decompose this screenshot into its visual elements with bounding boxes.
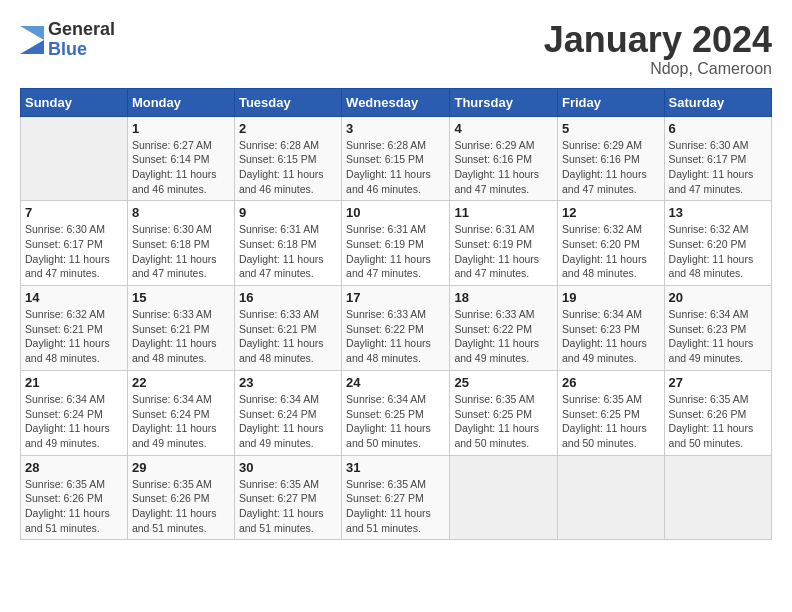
day-info: Sunrise: 6:31 AMSunset: 6:18 PMDaylight:…	[239, 222, 337, 281]
calendar-day-cell: 24Sunrise: 6:34 AMSunset: 6:25 PMDayligh…	[342, 370, 450, 455]
calendar-day-cell: 16Sunrise: 6:33 AMSunset: 6:21 PMDayligh…	[234, 286, 341, 371]
day-info: Sunrise: 6:30 AMSunset: 6:18 PMDaylight:…	[132, 222, 230, 281]
day-number: 26	[562, 375, 660, 390]
day-number: 11	[454, 205, 553, 220]
day-info: Sunrise: 6:31 AMSunset: 6:19 PMDaylight:…	[454, 222, 553, 281]
logo: General Blue	[20, 20, 115, 60]
day-of-week-header: Thursday	[450, 88, 558, 116]
month-title: January 2024	[544, 20, 772, 60]
calendar-day-cell: 11Sunrise: 6:31 AMSunset: 6:19 PMDayligh…	[450, 201, 558, 286]
day-info: Sunrise: 6:28 AMSunset: 6:15 PMDaylight:…	[239, 138, 337, 197]
day-number: 10	[346, 205, 445, 220]
day-number: 29	[132, 460, 230, 475]
day-number: 4	[454, 121, 553, 136]
svg-marker-1	[20, 26, 44, 40]
calendar-day-cell: 28Sunrise: 6:35 AMSunset: 6:26 PMDayligh…	[21, 455, 128, 540]
day-of-week-header: Monday	[127, 88, 234, 116]
day-number: 31	[346, 460, 445, 475]
calendar-day-cell	[558, 455, 665, 540]
day-number: 6	[669, 121, 767, 136]
calendar-day-cell: 6Sunrise: 6:30 AMSunset: 6:17 PMDaylight…	[664, 116, 771, 201]
calendar-day-cell: 25Sunrise: 6:35 AMSunset: 6:25 PMDayligh…	[450, 370, 558, 455]
day-info: Sunrise: 6:32 AMSunset: 6:20 PMDaylight:…	[562, 222, 660, 281]
logo-icon	[20, 26, 44, 54]
day-info: Sunrise: 6:33 AMSunset: 6:22 PMDaylight:…	[454, 307, 553, 366]
day-number: 8	[132, 205, 230, 220]
logo-blue-text: Blue	[48, 40, 115, 60]
day-info: Sunrise: 6:34 AMSunset: 6:24 PMDaylight:…	[132, 392, 230, 451]
calendar-day-cell: 8Sunrise: 6:30 AMSunset: 6:18 PMDaylight…	[127, 201, 234, 286]
day-number: 12	[562, 205, 660, 220]
calendar-day-cell: 19Sunrise: 6:34 AMSunset: 6:23 PMDayligh…	[558, 286, 665, 371]
day-info: Sunrise: 6:35 AMSunset: 6:27 PMDaylight:…	[346, 477, 445, 536]
day-info: Sunrise: 6:34 AMSunset: 6:24 PMDaylight:…	[25, 392, 123, 451]
calendar-day-cell: 23Sunrise: 6:34 AMSunset: 6:24 PMDayligh…	[234, 370, 341, 455]
calendar-day-cell: 14Sunrise: 6:32 AMSunset: 6:21 PMDayligh…	[21, 286, 128, 371]
day-info: Sunrise: 6:34 AMSunset: 6:23 PMDaylight:…	[562, 307, 660, 366]
day-of-week-header: Tuesday	[234, 88, 341, 116]
day-info: Sunrise: 6:35 AMSunset: 6:27 PMDaylight:…	[239, 477, 337, 536]
day-info: Sunrise: 6:29 AMSunset: 6:16 PMDaylight:…	[562, 138, 660, 197]
day-number: 9	[239, 205, 337, 220]
day-info: Sunrise: 6:30 AMSunset: 6:17 PMDaylight:…	[669, 138, 767, 197]
calendar-day-cell: 9Sunrise: 6:31 AMSunset: 6:18 PMDaylight…	[234, 201, 341, 286]
logo-general-text: General	[48, 20, 115, 40]
day-number: 7	[25, 205, 123, 220]
calendar-day-cell: 2Sunrise: 6:28 AMSunset: 6:15 PMDaylight…	[234, 116, 341, 201]
calendar-day-cell: 5Sunrise: 6:29 AMSunset: 6:16 PMDaylight…	[558, 116, 665, 201]
day-number: 3	[346, 121, 445, 136]
calendar-week-row: 1Sunrise: 6:27 AMSunset: 6:14 PMDaylight…	[21, 116, 772, 201]
calendar-week-row: 14Sunrise: 6:32 AMSunset: 6:21 PMDayligh…	[21, 286, 772, 371]
day-number: 2	[239, 121, 337, 136]
day-number: 1	[132, 121, 230, 136]
day-info: Sunrise: 6:35 AMSunset: 6:25 PMDaylight:…	[454, 392, 553, 451]
calendar-day-cell	[450, 455, 558, 540]
day-info: Sunrise: 6:33 AMSunset: 6:21 PMDaylight:…	[132, 307, 230, 366]
calendar-header-row: SundayMondayTuesdayWednesdayThursdayFrid…	[21, 88, 772, 116]
calendar-day-cell: 10Sunrise: 6:31 AMSunset: 6:19 PMDayligh…	[342, 201, 450, 286]
day-number: 17	[346, 290, 445, 305]
day-number: 24	[346, 375, 445, 390]
calendar-day-cell: 12Sunrise: 6:32 AMSunset: 6:20 PMDayligh…	[558, 201, 665, 286]
day-info: Sunrise: 6:35 AMSunset: 6:25 PMDaylight:…	[562, 392, 660, 451]
day-number: 21	[25, 375, 123, 390]
day-info: Sunrise: 6:28 AMSunset: 6:15 PMDaylight:…	[346, 138, 445, 197]
day-number: 23	[239, 375, 337, 390]
calendar-day-cell: 31Sunrise: 6:35 AMSunset: 6:27 PMDayligh…	[342, 455, 450, 540]
calendar-day-cell: 30Sunrise: 6:35 AMSunset: 6:27 PMDayligh…	[234, 455, 341, 540]
logo-text: General Blue	[48, 20, 115, 60]
day-info: Sunrise: 6:33 AMSunset: 6:21 PMDaylight:…	[239, 307, 337, 366]
calendar-table: SundayMondayTuesdayWednesdayThursdayFrid…	[20, 88, 772, 541]
calendar-day-cell: 20Sunrise: 6:34 AMSunset: 6:23 PMDayligh…	[664, 286, 771, 371]
location-label: Ndop, Cameroon	[544, 60, 772, 78]
day-info: Sunrise: 6:34 AMSunset: 6:25 PMDaylight:…	[346, 392, 445, 451]
day-info: Sunrise: 6:34 AMSunset: 6:24 PMDaylight:…	[239, 392, 337, 451]
day-info: Sunrise: 6:35 AMSunset: 6:26 PMDaylight:…	[25, 477, 123, 536]
day-number: 18	[454, 290, 553, 305]
day-info: Sunrise: 6:31 AMSunset: 6:19 PMDaylight:…	[346, 222, 445, 281]
day-number: 27	[669, 375, 767, 390]
calendar-day-cell: 7Sunrise: 6:30 AMSunset: 6:17 PMDaylight…	[21, 201, 128, 286]
day-number: 19	[562, 290, 660, 305]
day-number: 15	[132, 290, 230, 305]
calendar-day-cell: 15Sunrise: 6:33 AMSunset: 6:21 PMDayligh…	[127, 286, 234, 371]
calendar-day-cell: 29Sunrise: 6:35 AMSunset: 6:26 PMDayligh…	[127, 455, 234, 540]
day-number: 13	[669, 205, 767, 220]
calendar-week-row: 7Sunrise: 6:30 AMSunset: 6:17 PMDaylight…	[21, 201, 772, 286]
day-number: 30	[239, 460, 337, 475]
day-number: 28	[25, 460, 123, 475]
day-number: 25	[454, 375, 553, 390]
calendar-day-cell: 22Sunrise: 6:34 AMSunset: 6:24 PMDayligh…	[127, 370, 234, 455]
calendar-day-cell: 1Sunrise: 6:27 AMSunset: 6:14 PMDaylight…	[127, 116, 234, 201]
calendar-day-cell	[664, 455, 771, 540]
day-number: 5	[562, 121, 660, 136]
calendar-day-cell: 21Sunrise: 6:34 AMSunset: 6:24 PMDayligh…	[21, 370, 128, 455]
day-info: Sunrise: 6:35 AMSunset: 6:26 PMDaylight:…	[669, 392, 767, 451]
day-info: Sunrise: 6:33 AMSunset: 6:22 PMDaylight:…	[346, 307, 445, 366]
calendar-week-row: 21Sunrise: 6:34 AMSunset: 6:24 PMDayligh…	[21, 370, 772, 455]
calendar-day-cell: 17Sunrise: 6:33 AMSunset: 6:22 PMDayligh…	[342, 286, 450, 371]
day-info: Sunrise: 6:30 AMSunset: 6:17 PMDaylight:…	[25, 222, 123, 281]
day-number: 20	[669, 290, 767, 305]
day-info: Sunrise: 6:34 AMSunset: 6:23 PMDaylight:…	[669, 307, 767, 366]
day-of-week-header: Saturday	[664, 88, 771, 116]
